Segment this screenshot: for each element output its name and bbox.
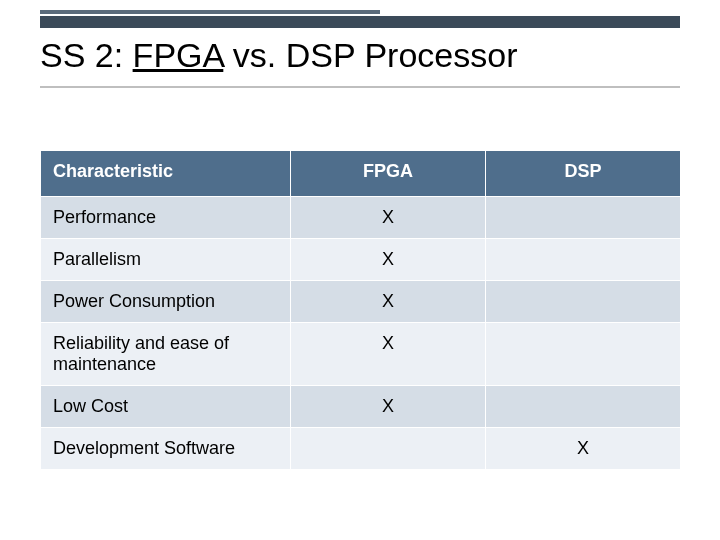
table-row: Performance X <box>41 197 681 239</box>
cell-dsp <box>486 386 681 428</box>
table-row: Development Software X <box>41 428 681 470</box>
row-label: Performance <box>41 197 291 239</box>
title-underlined: FPGA <box>133 36 224 74</box>
cell-fpga: X <box>291 323 486 386</box>
title-prefix: SS 2: <box>40 36 133 74</box>
row-label: Low Cost <box>41 386 291 428</box>
col-header-fpga: FPGA <box>291 151 486 197</box>
table-row: Power Consumption X <box>41 281 681 323</box>
cell-dsp <box>486 197 681 239</box>
cell-fpga: X <box>291 197 486 239</box>
col-header-dsp: DSP <box>486 151 681 197</box>
title-suffix: vs. DSP Processor <box>233 36 518 74</box>
row-label: Reliability and ease of maintenance <box>41 323 291 386</box>
cell-dsp: X <box>486 428 681 470</box>
cell-fpga: X <box>291 281 486 323</box>
title-underline-rule <box>40 86 680 88</box>
table-row: Parallelism X <box>41 239 681 281</box>
cell-fpga: X <box>291 239 486 281</box>
cell-fpga: X <box>291 386 486 428</box>
comparison-table: Characteristic FPGA DSP Performance X Pa… <box>40 150 681 470</box>
decorative-bar <box>40 10 380 14</box>
row-label: Parallelism <box>41 239 291 281</box>
table-row: Reliability and ease of maintenance X <box>41 323 681 386</box>
cell-dsp <box>486 239 681 281</box>
table-row: Low Cost X <box>41 386 681 428</box>
slide: SS 2: FPGA vs. DSP Processor Characteris… <box>0 0 720 540</box>
row-label: Power Consumption <box>41 281 291 323</box>
cell-dsp <box>486 281 681 323</box>
page-title: SS 2: FPGA vs. DSP Processor <box>40 36 517 75</box>
cell-fpga <box>291 428 486 470</box>
row-label: Development Software <box>41 428 291 470</box>
cell-dsp <box>486 323 681 386</box>
col-header-characteristic: Characteristic <box>41 151 291 197</box>
decorative-bar <box>40 16 680 28</box>
table-header-row: Characteristic FPGA DSP <box>41 151 681 197</box>
